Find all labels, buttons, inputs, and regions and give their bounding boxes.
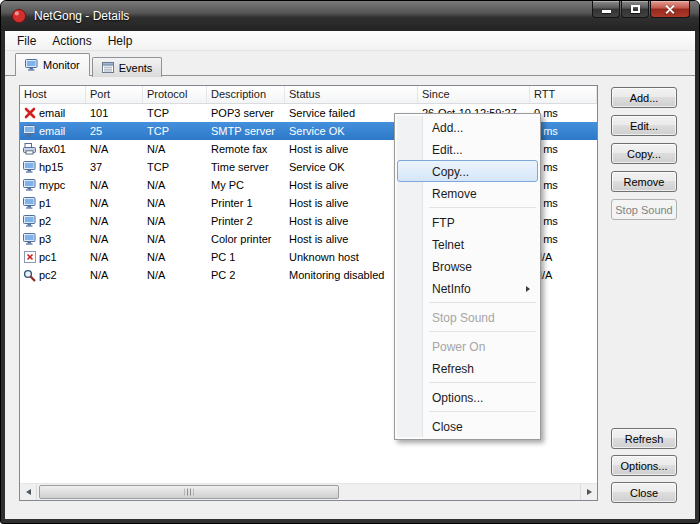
column-header-rtt[interactable]: RTT xyxy=(530,86,597,103)
menu-item-label: Telnet xyxy=(432,238,464,252)
menu-item-label: Close xyxy=(432,420,463,434)
host-label: hp15 xyxy=(39,161,63,173)
cell-protocol: TCP xyxy=(143,125,207,137)
menu-item-label: Power On xyxy=(432,340,485,354)
column-header-host[interactable]: Host xyxy=(20,86,86,103)
minimize-button[interactable] xyxy=(592,1,620,18)
context-menu-item-close[interactable]: Close xyxy=(397,415,538,437)
cell-port: N/A xyxy=(86,251,143,263)
monitor-tab-icon xyxy=(25,59,38,71)
menu-item-label: Options... xyxy=(432,391,483,405)
cell-host: hp15 xyxy=(20,161,86,173)
column-header-description[interactable]: Description xyxy=(207,86,285,103)
cell-protocol: N/A xyxy=(143,143,207,155)
close-button[interactable] xyxy=(650,1,690,18)
remove-button[interactable]: Remove xyxy=(611,171,677,192)
context-menu-item-refresh[interactable]: Refresh xyxy=(397,357,538,379)
context-menu-item-telnet[interactable]: Telnet xyxy=(397,233,538,255)
cell-host: p1 xyxy=(20,197,86,209)
cell-port: N/A xyxy=(86,233,143,245)
menu-item-label: Add... xyxy=(432,121,463,135)
menu-item-label: Stop Sound xyxy=(432,311,495,325)
refresh-button[interactable]: Refresh xyxy=(611,428,677,449)
scrollbar-track[interactable] xyxy=(37,484,580,500)
cell-host: pc2 xyxy=(20,269,86,282)
menubar-item-help[interactable]: Help xyxy=(100,32,141,50)
context-menu-item-options[interactable]: Options... xyxy=(397,386,538,408)
cell-host: fax01 xyxy=(20,143,86,155)
cell-description: Color printer xyxy=(207,233,285,245)
context-menu-item-browse[interactable]: Browse xyxy=(397,255,538,277)
cell-description: PC 1 xyxy=(207,251,285,263)
host-icon xyxy=(23,179,36,191)
host-icon xyxy=(23,161,36,173)
cell-port: N/A xyxy=(86,269,143,281)
minimize-icon xyxy=(602,10,611,13)
title-bar[interactable]: NetGong - Details xyxy=(1,1,699,31)
menu-item-label: Remove xyxy=(432,187,477,201)
menu-bar: FileActionsHelp xyxy=(5,31,695,51)
host-label: p3 xyxy=(39,233,51,245)
menu-separator xyxy=(429,207,536,208)
host-label: mypc xyxy=(39,179,65,191)
close-button[interactable]: Close xyxy=(611,482,677,503)
context-menu-item-edit[interactable]: Edit... xyxy=(397,138,538,160)
context-menu-item-netinfo[interactable]: NetInfo xyxy=(397,277,538,299)
edit-button[interactable]: Edit... xyxy=(611,115,677,136)
host-label: email xyxy=(39,125,65,137)
menu-item-label: Refresh xyxy=(432,362,474,376)
column-header-status[interactable]: Status xyxy=(285,86,418,103)
column-header-protocol[interactable]: Protocol xyxy=(143,86,207,103)
cell-description: Printer 1 xyxy=(207,197,285,209)
cell-description: My PC xyxy=(207,179,285,191)
cell-description: Remote fax xyxy=(207,143,285,155)
maximize-icon xyxy=(631,5,640,13)
maximize-button[interactable] xyxy=(621,1,649,18)
context-menu-item-remove[interactable]: Remove xyxy=(397,182,538,204)
add-button[interactable]: Add... xyxy=(611,87,677,108)
context-menu-item-add[interactable]: Add... xyxy=(397,116,538,138)
cell-protocol: N/A xyxy=(143,197,207,209)
cell-port: 37 xyxy=(86,161,143,173)
context-menu-item-ftp[interactable]: FTP xyxy=(397,211,538,233)
menu-item-label: Edit... xyxy=(432,143,463,157)
scroll-left-button[interactable] xyxy=(20,484,37,500)
scroll-left-icon xyxy=(26,489,31,495)
host-label: pc1 xyxy=(39,251,57,263)
printer-icon xyxy=(23,197,36,209)
magnifier-icon xyxy=(23,269,36,282)
copy-button[interactable]: Copy... xyxy=(611,143,677,164)
menu-item-label: FTP xyxy=(432,216,455,230)
cell-port: N/A xyxy=(86,197,143,209)
column-header-port[interactable]: Port xyxy=(86,86,143,103)
app-window: NetGong - Details FileActionsHelp Monito… xyxy=(0,0,700,524)
cell-protocol: TCP xyxy=(143,107,207,119)
column-header-since[interactable]: Since xyxy=(418,86,530,103)
table-header: HostPortProtocolDescriptionStatusSinceRT… xyxy=(20,86,597,104)
host-label: fax01 xyxy=(39,143,66,155)
scroll-right-button[interactable] xyxy=(580,484,597,500)
cell-host: p3 xyxy=(20,233,86,245)
context-menu-item-copy[interactable]: Copy... xyxy=(397,160,538,182)
menu-item-label: NetInfo xyxy=(432,282,471,296)
printer-icon xyxy=(23,215,36,227)
host-label: p1 xyxy=(39,197,51,209)
scrollbar-thumb[interactable] xyxy=(39,485,339,499)
cell-description: Time server xyxy=(207,161,285,173)
cell-port: 101 xyxy=(86,107,143,119)
side-button-column: Add...Edit...Copy...RemoveStop Sound xyxy=(611,87,677,220)
horizontal-scrollbar[interactable] xyxy=(20,483,597,500)
menubar-item-actions[interactable]: Actions xyxy=(44,32,99,50)
client-area: FileActionsHelp MonitorEvents HostPortPr… xyxy=(5,31,695,519)
tab-events[interactable]: Events xyxy=(92,57,163,77)
context-menu-item-power-on: Power On xyxy=(397,335,538,357)
tab-monitor[interactable]: Monitor xyxy=(15,53,90,76)
close-icon xyxy=(665,4,676,15)
context-menu-item-stop-sound: Stop Sound xyxy=(397,306,538,328)
menubar-item-file[interactable]: File xyxy=(9,32,44,50)
options-button[interactable]: Options... xyxy=(611,455,677,476)
cell-port: N/A xyxy=(86,143,143,155)
cell-host: email xyxy=(20,107,86,119)
cell-protocol: TCP xyxy=(143,161,207,173)
menu-separator xyxy=(429,411,536,412)
